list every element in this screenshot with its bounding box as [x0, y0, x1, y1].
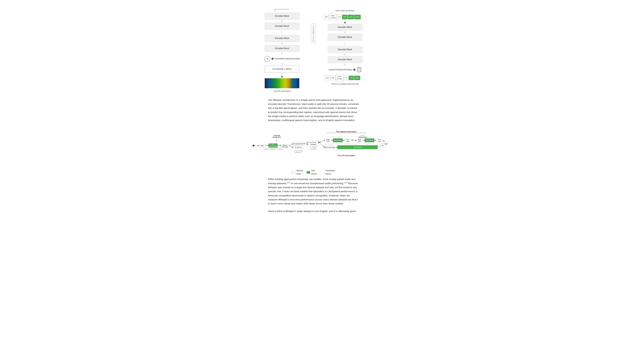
text-tokens-2-label: Text tokens [366, 139, 373, 141]
svg-point-2 [357, 71, 361, 72]
begin-time-1-label2: time [327, 141, 329, 142]
encoder-side: Encoder Block Encoder Block ⋮ Encoder Bl… [264, 9, 300, 93]
end-time-2-label: End [378, 139, 380, 141]
legend-text: Texttokens [307, 169, 317, 175]
arrow-connector-4 [282, 63, 282, 65]
section3-text: About a third of Whisper's audio dataset… [268, 209, 359, 213]
svg-line-16 [303, 144, 308, 145]
time-aligned-label: Time aligned transcription [336, 131, 357, 133]
section1-text: The Whisper architecture is a simple end… [268, 98, 359, 122]
token-0: 0.0 [337, 15, 342, 19]
svg-line-18 [321, 144, 324, 147]
token-the-bot: The [349, 76, 354, 80]
end-time-2-label2: time [378, 141, 381, 142]
second-diagram: Time aligned transcription Text-only tra… [233, 130, 394, 164]
diagram2-svg-wrapper: Time aligned transcription Text-only tra… [250, 130, 377, 164]
token-dots-bot: ··· [361, 76, 365, 80]
decoder-block-3: Decoder Block [328, 46, 362, 53]
lang-id-label: Language [273, 135, 280, 136]
token-transcribe: TRAN-SCRIBE [329, 14, 337, 20]
cross-attention-area: Cross attention [311, 24, 316, 43]
token-quick: quick [348, 15, 354, 19]
decoder-block-2: Decoder Block [328, 34, 362, 41]
next-token-label: Next-token prediction [335, 9, 355, 12]
vad-label: ↓ Voice Activity [294, 150, 303, 152]
eot-label: EOT [385, 143, 388, 145]
token-quick-bot: quick [354, 76, 360, 80]
section2-text-part3: Because Whisper was trained on a large a… [268, 182, 358, 205]
sine-icon: ∿ [264, 56, 270, 62]
cylinder-icon [357, 67, 361, 72]
prev-text-tokens-label2: text tokens [269, 146, 277, 148]
xenglish-label: X→English [310, 146, 317, 148]
begin-time-2-label: Begin [358, 139, 361, 141]
sinusoidal-row: ∿ ⊕ Sinusoidal Positional Encoding [264, 56, 300, 62]
language-tag-label: Language tag [294, 143, 303, 145]
sinusoidal-label: Sinusoidal Positional Encoding [275, 58, 300, 60]
dec-arrow-2 [345, 54, 345, 55]
token-en: EN [324, 15, 329, 19]
arrow-connector [282, 20, 282, 22]
text-tokens-1-label: Text tokens [334, 139, 342, 141]
xx-label: X→X [361, 135, 365, 136]
legend-special: Specialtoken [292, 169, 303, 175]
text-only-label: Text-only transcription [337, 155, 355, 156]
dec-dots: ⋮ [343, 42, 347, 45]
legend-timestamp-box [321, 171, 324, 174]
no-timestamps-label: No timestamps [325, 147, 334, 148]
learned-pos-row: Learned Positional Encoding ⊕ [329, 67, 361, 72]
end-time-1-label: End [346, 139, 349, 141]
no-speech-label: No speech [295, 147, 302, 148]
prev-dot [253, 145, 254, 147]
svg-line-17 [321, 140, 324, 142]
spectrogram [265, 78, 299, 88]
arrow-up-decoder [344, 22, 346, 23]
section2-text-part2: or use broad but unsupervised audio pret… [290, 182, 344, 185]
legend-text-label: Texttokens [311, 169, 317, 175]
arrow-connector-5 [282, 73, 282, 75]
svg-line-15 [303, 143, 308, 144]
conv-block: 2x Conv1D + GELU [265, 66, 299, 72]
token-en-bot: EN [331, 76, 335, 80]
token-the: The [342, 15, 347, 19]
legend-timestamp: Timestamptokens [321, 169, 335, 175]
token-sot: SOT [325, 76, 330, 80]
learned-pos-label: Learned Positional Encoding [329, 69, 352, 71]
token-00-bot: 0.0 [344, 76, 348, 80]
legend-special-box [292, 171, 296, 174]
text-tokens-wide-label: Text tokens [353, 146, 362, 148]
lang-id-label2: Identification [272, 136, 281, 138]
encoder-block-1: Encoder Block [265, 13, 299, 19]
dots-between: ••• [351, 139, 354, 141]
prev-label: Prev [261, 145, 264, 147]
bot-token-row: SOT EN TRAN-SCRIBE 0.0 The quick ··· [325, 75, 365, 81]
legend-special-label: Specialtoken [296, 169, 303, 175]
arrow-connector-2 [282, 43, 282, 44]
cross-attention-label: Cross attention [311, 24, 316, 43]
encoder-block-2: Encoder Block [265, 23, 299, 30]
legend-timestamp-label: Timestamptokens [325, 169, 335, 175]
footnote2: 4,5,6 [344, 182, 348, 183]
multitask-caption: Tokens in multitask training format [331, 83, 359, 86]
vad-label2: Detection [295, 152, 301, 153]
svg-line-26 [377, 145, 383, 147]
arrow-connector-3 [282, 52, 282, 54]
token-transcribe-bot: TRAN-SCRIBE [336, 75, 343, 81]
legend-text-box [307, 171, 310, 174]
decoder-block-4: Decoder Block [328, 56, 362, 63]
token-brown: brown [354, 15, 361, 19]
encoder-block-3: Encoder Block [265, 35, 299, 42]
section2-text: Other existing approaches frequently use… [268, 177, 359, 206]
svg-line-13 [289, 144, 293, 146]
translate-label: Translate [310, 144, 316, 145]
top-token-row: EN TRAN-SCRIBE 0.0 The quick brown ··· [324, 14, 366, 20]
dec-arrow-1 [345, 31, 345, 33]
vertical-dots-1: ⋮ [280, 31, 284, 34]
decoder-side: Next-token prediction EN TRAN-SCRIBE 0.0… [327, 9, 363, 86]
begin-time-2-label2: time [359, 141, 361, 142]
spectrogram-caption: Log-mel spectrogram [273, 90, 291, 93]
end-time-1-label2: time [346, 141, 349, 142]
legend-row: Specialtoken Texttokens Timestamptokens [292, 169, 335, 175]
encoder-block-4: Encoder Block [265, 45, 299, 52]
token-dots-top: ··· [361, 15, 366, 19]
